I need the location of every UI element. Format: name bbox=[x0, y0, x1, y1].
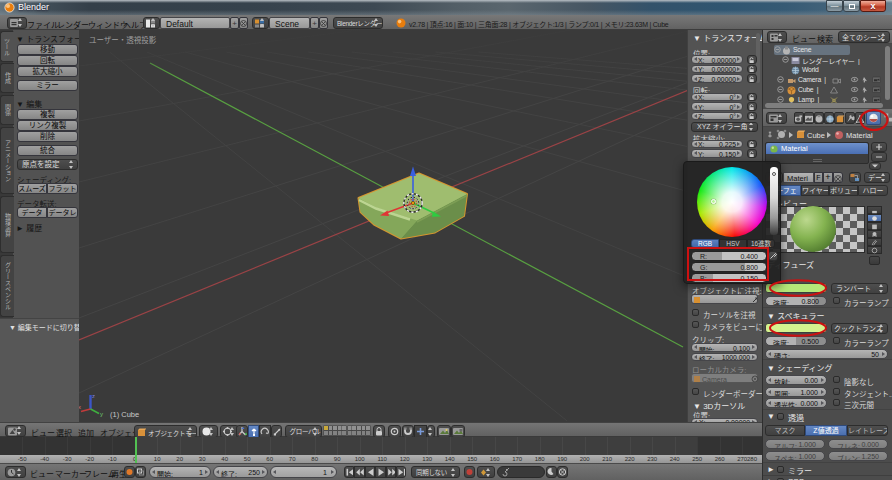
svg-text:z: z bbox=[92, 393, 95, 399]
svg-text:y: y bbox=[100, 411, 103, 417]
svg-text:Camera: Camera bbox=[702, 376, 727, 383]
